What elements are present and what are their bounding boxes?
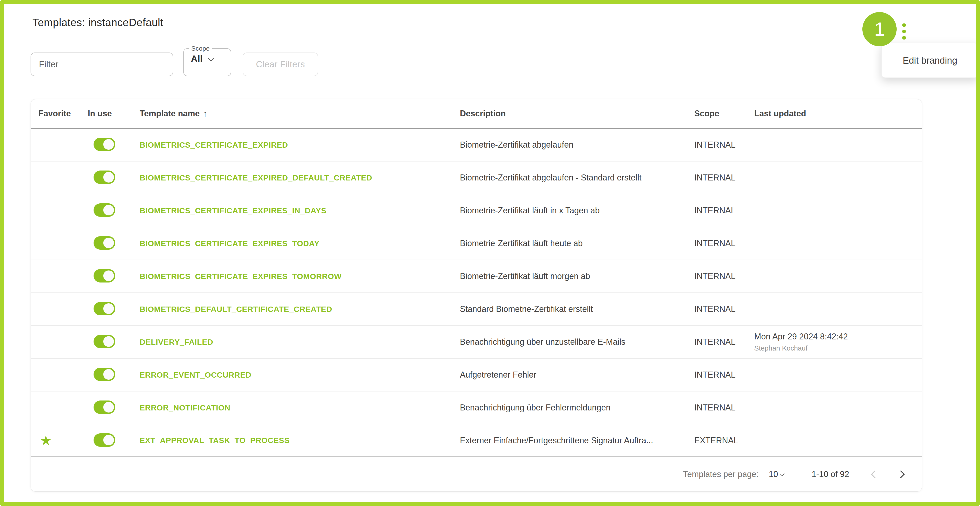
annotation-badge: 1: [862, 12, 897, 46]
template-name-link[interactable]: ERROR_EVENT_OCCURRED: [132, 370, 452, 379]
table-row: BIOMETRICS_CERTIFICATE_EXPIRES_TOMORROW …: [31, 260, 922, 293]
filter-input[interactable]: [30, 52, 173, 76]
table-row: ★ EXT_APPROVAL_TASK_TO_PROCESS Externer …: [31, 424, 922, 457]
column-header-scope: Scope: [687, 109, 746, 119]
in-use-toggle[interactable]: [94, 236, 115, 250]
favorite-star-icon[interactable]: ★: [40, 433, 52, 448]
template-name-link[interactable]: BIOMETRICS_CERTIFICATE_EXPIRES_TOMORROW: [132, 272, 452, 281]
in-use-toggle[interactable]: [94, 171, 115, 184]
kebab-dot-icon: [902, 30, 906, 33]
scope-cell: INTERNAL: [687, 271, 746, 281]
template-name-link[interactable]: BIOMETRICS_DEFAULT_CERTIFICATE_CREATED: [132, 305, 452, 314]
table-row: DELIVERY_FAILED Benachrichtigung über un…: [31, 326, 922, 358]
kebab-dot-icon: [902, 36, 906, 40]
scope-cell: INTERNAL: [687, 304, 746, 314]
scope-cell: INTERNAL: [687, 403, 746, 412]
template-name-link[interactable]: BIOMETRICS_CERTIFICATE_EXPIRED_DEFAULT_C…: [132, 173, 452, 182]
in-use-toggle[interactable]: [94, 203, 115, 217]
table-row: BIOMETRICS_CERTIFICATE_EXPIRED_DEFAULT_C…: [31, 162, 922, 194]
menu-item-edit-branding[interactable]: Edit branding: [903, 55, 957, 66]
scope-cell: INTERNAL: [687, 173, 746, 182]
per-page-label: Templates per page:: [683, 470, 759, 479]
table-row: ERROR_NOTIFICATION Benachrichtigung über…: [31, 392, 922, 424]
favorite-cell[interactable]: ★: [31, 434, 80, 447]
scope-cell: INTERNAL: [687, 140, 746, 150]
template-name-link[interactable]: DELIVERY_FAILED: [132, 338, 452, 347]
clear-filters-button[interactable]: Clear Filters: [243, 52, 318, 76]
scope-cell: INTERNAL: [687, 206, 746, 216]
column-header-in-use: In use: [80, 109, 132, 119]
in-use-toggle[interactable]: [94, 269, 115, 282]
scope-cell: INTERNAL: [687, 370, 746, 380]
table-row: BIOMETRICS_CERTIFICATE_EXPIRES_IN_DAYS B…: [31, 194, 922, 227]
chevron-down-icon: [208, 55, 214, 61]
kebab-dot-icon: [902, 23, 906, 27]
column-header-last-updated: Last updated: [746, 109, 922, 119]
description-cell: Biometrie-Zertifikat läuft heute ab: [452, 238, 687, 248]
template-name-link[interactable]: BIOMETRICS_CERTIFICATE_EXPIRED: [132, 140, 452, 149]
last-updated-date: Mon Apr 29 2024 8:42:42: [754, 332, 922, 341]
column-header-template-name[interactable]: Template name ↑: [132, 109, 452, 119]
previous-page-button[interactable]: [864, 464, 885, 485]
description-cell: Benachrichtigung über Fehlermeldungen: [452, 403, 687, 412]
kebab-menu-button[interactable]: [895, 17, 913, 45]
scope-cell: INTERNAL: [687, 238, 746, 248]
template-name-link[interactable]: BIOMETRICS_CERTIFICATE_EXPIRES_TODAY: [132, 239, 452, 248]
description-cell: Aufgetretener Fehler: [452, 370, 687, 380]
description-cell: Benachrichtigung über unzustellbare E-Ma…: [452, 337, 687, 347]
column-header-description: Description: [452, 109, 687, 119]
in-use-toggle[interactable]: [94, 400, 115, 414]
in-use-toggle[interactable]: [94, 433, 115, 447]
description-cell: Biometrie-Zertifikat läuft morgen ab: [452, 271, 687, 281]
chevron-right-icon: [897, 470, 905, 478]
scope-dropdown-value[interactable]: All: [191, 54, 203, 64]
in-use-toggle[interactable]: [94, 368, 115, 381]
context-menu: Edit branding: [881, 43, 978, 78]
sort-ascending-icon[interactable]: ↑: [203, 109, 207, 119]
description-cell: Biometrie-Zertifikat abgelaufen - Standa…: [452, 173, 687, 182]
templates-page: Templates: instanceDefault Scope All Cle…: [0, 0, 980, 506]
template-name-link[interactable]: ERROR_NOTIFICATION: [132, 403, 452, 412]
next-page-button[interactable]: [890, 464, 911, 485]
table-row: BIOMETRICS_CERTIFICATE_EXPIRES_TODAY Bio…: [31, 227, 922, 260]
in-use-toggle[interactable]: [94, 302, 115, 316]
pagination-range: 1-10 of 92: [811, 470, 849, 479]
scope-dropdown-label: Scope: [189, 45, 212, 52]
table-row: BIOMETRICS_CERTIFICATE_EXPIRED Biometrie…: [31, 128, 922, 162]
last-updated-author: Stephan Kochauf: [754, 344, 922, 352]
description-cell: Externer Einfache/Fortgeschrittene Signa…: [452, 436, 687, 446]
last-updated-cell: Mon Apr 29 2024 8:42:42 Stephan Kochauf: [746, 332, 922, 352]
in-use-toggle[interactable]: [94, 335, 115, 348]
in-use-toggle[interactable]: [94, 138, 115, 151]
per-page-select[interactable]: 10: [769, 470, 784, 479]
description-cell: Biometrie-Zertifikat abgelaufen: [452, 140, 687, 150]
template-name-link[interactable]: EXT_APPROVAL_TASK_TO_PROCESS: [132, 436, 452, 445]
table-header-row: Favorite In use Template name ↑ Descript…: [31, 99, 922, 128]
table-pagination: Templates per page: 10 1-10 of 92: [31, 457, 922, 492]
column-header-favorite: Favorite: [31, 109, 80, 119]
template-name-link[interactable]: BIOMETRICS_CERTIFICATE_EXPIRES_IN_DAYS: [132, 206, 452, 215]
scope-cell: EXTERNAL: [687, 436, 746, 446]
chevron-down-icon: [780, 471, 784, 476]
table-row: ERROR_EVENT_OCCURRED Aufgetretener Fehle…: [31, 358, 922, 392]
templates-table: Favorite In use Template name ↑ Descript…: [30, 99, 922, 492]
description-cell: Standard Biometrie-Zertifikat erstellt: [452, 304, 687, 314]
per-page-value[interactable]: 10: [769, 470, 778, 479]
table-row: BIOMETRICS_DEFAULT_CERTIFICATE_CREATED S…: [31, 293, 922, 326]
scope-cell: INTERNAL: [687, 337, 746, 347]
description-cell: Biometrie-Zertifikat läuft in x Tagen ab: [452, 206, 687, 216]
page-title: Templates: instanceDefault: [32, 16, 163, 29]
scope-dropdown[interactable]: Scope All: [183, 45, 231, 76]
chevron-left-icon: [871, 470, 879, 478]
